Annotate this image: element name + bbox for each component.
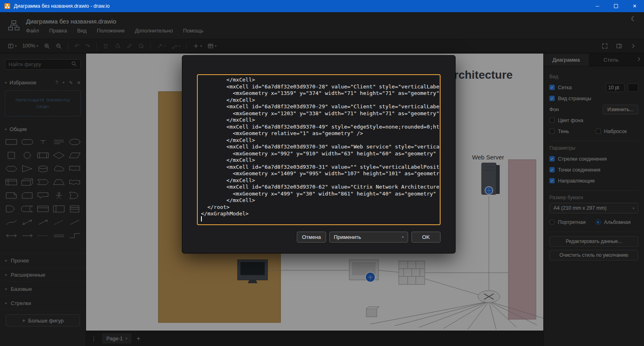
apply-label: Применить: [334, 234, 361, 240]
xml-editor[interactable]: </mxCell> <mxCell id="6a7d8f32e03d9370-2…: [197, 74, 441, 225]
ok-button[interactable]: OK: [411, 232, 441, 243]
drawio-app-icon: [4, 3, 10, 9]
text-caret: [201, 216, 202, 221]
close-button[interactable]: ✕: [625, 0, 644, 12]
apply-select[interactable]: Применить ▾: [329, 232, 408, 243]
window-title: Диаграмма без названия.drawio - draw.io: [14, 3, 110, 9]
maximize-button[interactable]: [607, 0, 625, 12]
titlebar: Диаграмма без названия.drawio - draw.io …: [0, 0, 644, 12]
minimize-button[interactable]: ─: [588, 0, 607, 12]
maximize-icon: [614, 4, 618, 8]
edit-diagram-dialog: </mxCell> <mxCell id="6a7d8f32e03d9370-2…: [182, 55, 456, 254]
cancel-button[interactable]: Отмена: [297, 232, 326, 243]
